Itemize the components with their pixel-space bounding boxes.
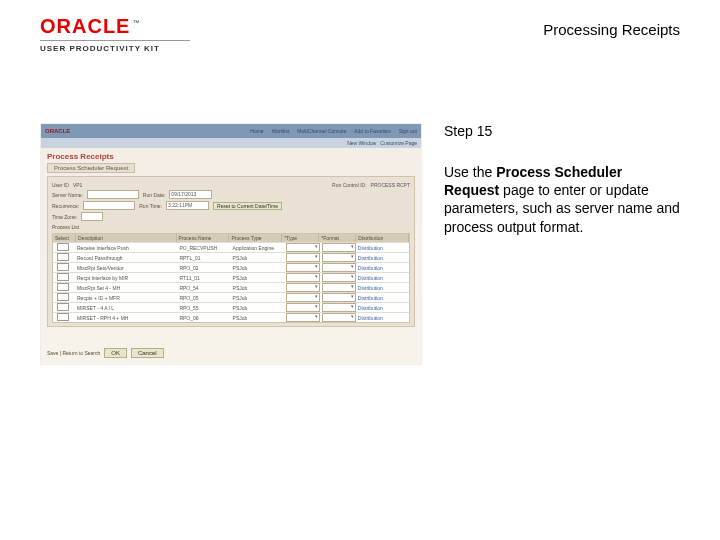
logo-trademark: ™ [132,19,139,26]
ss-row-format-select [322,273,356,282]
ss-row-type-select [286,253,320,262]
ss-sub-customize: Customize Page [380,140,417,146]
ss-runctl-value: PROCESS RCPT [371,182,410,188]
logo-word: ORACLE [40,15,130,38]
ss-row-dist: Distribution [356,315,409,321]
ss-row-ptype: PSJob [231,275,284,281]
ss-table-header: Select Description Process Name Process … [53,234,409,242]
ss-userid-label: User ID [52,182,69,188]
ss-table-row: MiscRpt Sets/VendorRPO_02PSJobDistributi… [53,262,409,272]
ss-recur-field [83,201,135,210]
ss-row-ptype: PSJob [231,255,284,261]
ss-row-type-select [286,303,320,312]
ss-save-hint: Save | Return to Search [47,350,100,356]
ss-row-desc: Recpts + ID + MFR [75,295,177,301]
ss-table-row: MiscRpt Set 4 - MHRPO_54PSJobDistributio… [53,282,409,292]
ss-row-desc: Recpt Interface by MIR [75,275,177,281]
ss-row-checkbox [57,313,69,321]
ss-cancel-button: Cancel [131,348,164,358]
ss-tz-field [81,212,103,221]
logo-subtitle: USER PRODUCTIVITY KIT [40,44,190,53]
ss-row-checkbox [57,263,69,271]
ss-rundate-field: 09/17/2013 [169,190,212,199]
ss-logo: ORACLE [45,128,70,134]
ss-table-row: MIRSET - RPH 4 + MHRPO_06PSJobDistributi… [53,312,409,322]
ss-row-ptype: PSJob [231,285,284,291]
ss-row-name: RT11_01 [177,275,230,281]
embedded-screenshot: ORACLE Home Worklist MultiChannel Consol… [40,123,422,365]
ss-sub-newwindow: New Window [347,140,376,146]
ss-runtime-label: Run Time: [139,203,162,209]
ss-nav-signout: Sign out [399,128,417,134]
ss-row-dist: Distribution [356,245,409,251]
ss-row-name: RPO_55 [177,305,230,311]
ss-table-row: MIRSET - 4 A I LRPO_55PSJobDistribution [53,302,409,312]
ss-row-name: RPO_05 [177,295,230,301]
ss-row-name: RPTL_01 [177,255,230,261]
ss-row-type-select [286,283,320,292]
ss-row-format-select [322,253,356,262]
ss-row-checkbox [57,283,69,291]
ss-row-format-select [322,313,356,322]
ss-tab-label: Process Scheduler Request [47,163,135,173]
ss-nav-home: Home [250,128,263,134]
ss-table-row: Receive Interface PushPO_RECVPUSHApplica… [53,242,409,252]
ss-table-row: Record PassthroughRPTL_01PSJobDistributi… [53,252,409,262]
ss-row-dist: Distribution [356,265,409,271]
ss-row-desc: Receive Interface Push [75,245,177,251]
ss-page-heading: Process Receipts [41,148,421,163]
ss-row-checkbox [57,253,69,261]
step-instruction: Use the Process Scheduler Request page t… [444,163,680,236]
ss-row-name: PO_RECVPUSH [177,245,230,251]
ss-row-format-select [322,303,356,312]
ss-processlist-label: Process List [52,224,410,230]
ss-row-desc: MIRSET - 4 A I L [75,305,177,311]
ss-runtime-field: 3:22:11PM [166,201,209,210]
ss-row-checkbox [57,303,69,311]
instr-before: Use the [444,164,496,180]
ss-nav-worklist: Worklist [272,128,290,134]
page-title: Processing Receipts [543,15,680,38]
ss-server-label: Server Name: [52,192,83,198]
ss-row-dist: Distribution [356,285,409,291]
ss-row-desc: MiscRpt Sets/Vendor [75,265,177,271]
ss-row-format-select [322,243,356,252]
ss-row-format-select [322,263,356,272]
ss-runctl-label: Run Control ID: [332,182,366,188]
ss-row-dist: Distribution [356,275,409,281]
ss-server-field [87,190,139,199]
ss-table-row: Recpts + ID + MFRRPO_05PSJobDistribution [53,292,409,302]
ss-nav: Home Worklist MultiChannel Console Add t… [250,128,417,134]
ss-row-dist: Distribution [356,305,409,311]
ss-row-ptype: Application Engine [231,245,284,251]
step-label: Step 15 [444,123,680,139]
ss-nav-mcc: MultiChannel Console [297,128,346,134]
ss-ok-button: OK [104,348,127,358]
ss-recur-label: Recurrence: [52,203,79,209]
ss-row-type-select [286,243,320,252]
ss-process-table: Select Description Process Name Process … [52,233,410,323]
logo-divider [40,40,190,41]
ss-row-name: RPO_02 [177,265,230,271]
ss-row-type-select [286,263,320,272]
ss-row-type-select [286,293,320,302]
ss-row-ptype: PSJob [231,305,284,311]
oracle-upk-logo: ORACLE ™ USER PRODUCTIVITY KIT [40,15,190,53]
ss-row-desc: MIRSET - RPH 4 + MH [75,315,177,321]
ss-rundate-label: Run Date: [143,192,166,198]
ss-row-format-select [322,283,356,292]
ss-row-desc: Record Passthrough [75,255,177,261]
ss-row-checkbox [57,293,69,301]
ss-row-ptype: PSJob [231,315,284,321]
ss-tz-label: Time Zone: [52,214,77,220]
ss-row-format-select [322,293,356,302]
ss-table-row: Recpt Interface by MIRRT11_01PSJobDistri… [53,272,409,282]
ss-row-checkbox [57,273,69,281]
ss-row-name: RPO_06 [177,315,230,321]
ss-row-checkbox [57,243,69,251]
ss-row-ptype: PSJob [231,265,284,271]
ss-row-dist: Distribution [356,255,409,261]
ss-reset-button: Reset to Current Date/Time [213,202,282,210]
ss-userid-value: VP1 [73,182,82,188]
ss-row-type-select [286,273,320,282]
